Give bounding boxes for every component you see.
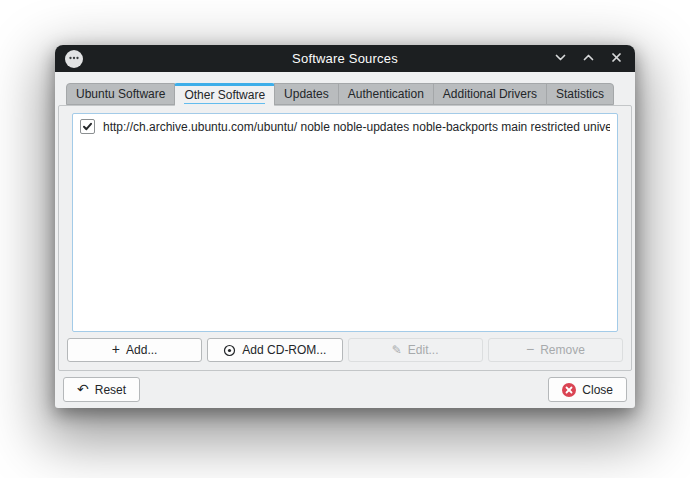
ellipsis-menu-icon (68, 50, 80, 68)
dialog-footer: ↶ Reset Close (55, 371, 635, 408)
reset-button[interactable]: ↶ Reset (63, 377, 140, 402)
minus-icon: − (526, 342, 534, 356)
repository-list[interactable]: http://ch.archive.ubuntu.com/ubuntu/ nob… (72, 113, 618, 332)
window-title: Software Sources (55, 51, 635, 66)
tab-authentication[interactable]: Authentication (338, 83, 434, 105)
titlebar: Software Sources (55, 45, 635, 72)
repository-list-item[interactable]: http://ch.archive.ubuntu.com/ubuntu/ nob… (73, 114, 617, 139)
pencil-icon: ✎ (392, 344, 402, 356)
software-sources-window: Software Sources Ubuntu Software Other S… (55, 45, 635, 408)
add-button[interactable]: + Add... (67, 338, 202, 362)
repository-actions: + Add... Add CD-ROM... ✎ Edit... − Remov… (67, 338, 623, 362)
tab-ubuntu-software[interactable]: Ubuntu Software (66, 83, 175, 105)
tab-updates[interactable]: Updates (274, 83, 339, 105)
undo-icon: ↶ (77, 382, 89, 396)
repository-url-text: http://ch.archive.ubuntu.com/ubuntu/ nob… (103, 120, 610, 134)
window-menu-button[interactable] (65, 50, 83, 68)
repository-checkbox[interactable] (80, 119, 95, 134)
chevron-down-icon (554, 50, 567, 68)
tab-statistics[interactable]: Statistics (546, 83, 614, 105)
remove-button[interactable]: − Remove (488, 338, 623, 362)
tab-other-software[interactable]: Other Software (174, 83, 275, 106)
edit-button[interactable]: ✎ Edit... (348, 338, 483, 362)
tab-additional-drivers[interactable]: Additional Drivers (433, 83, 547, 105)
close-circle-icon (562, 383, 576, 397)
window-controls (553, 52, 623, 66)
add-cdrom-button[interactable]: Add CD-ROM... (207, 338, 342, 362)
maximize-button[interactable] (581, 52, 595, 66)
checkmark-icon (82, 118, 93, 136)
close-window-button[interactable] (609, 52, 623, 66)
chevron-up-icon (582, 50, 595, 68)
tab-bar: Ubuntu Software Other Software Updates A… (66, 83, 632, 105)
tab-page-other-software: http://ch.archive.ubuntu.com/ubuntu/ nob… (58, 105, 632, 371)
optical-disc-icon (223, 344, 236, 357)
minimize-button[interactable] (553, 52, 567, 66)
close-button[interactable]: Close (548, 377, 627, 402)
x-icon (610, 50, 623, 68)
plus-icon: + (112, 342, 120, 356)
